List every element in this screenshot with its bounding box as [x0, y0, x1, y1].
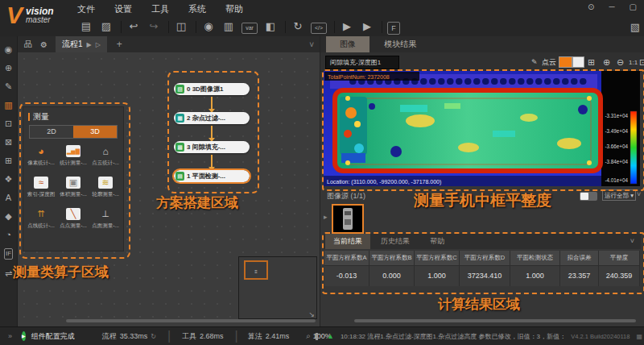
layout-icon[interactable]: ◫ — [174, 19, 188, 35]
resize-handle-icon[interactable]: ↘ — [308, 310, 315, 318]
menu-settings[interactable]: 设置 — [114, 3, 132, 15]
menu-file[interactable]: 文件 — [77, 3, 95, 15]
menu-system[interactable]: 系统 — [188, 3, 206, 15]
run-scope-dropdown[interactable]: 运行全部 ▾ — [602, 189, 636, 201]
script-icon[interactable]: </> — [311, 23, 327, 34]
color-icon[interactable]: ◆ — [5, 211, 11, 221]
open-icon[interactable]: ▨ — [99, 19, 114, 35]
undo-icon[interactable]: ↩ — [126, 19, 141, 35]
image-processing-icon[interactable]: ✎ — [5, 81, 12, 91]
operator-pixel-stats[interactable]: ◕ 像素统计-... — [25, 145, 57, 167]
operator-stat-measure[interactable]: ▂▅▇ 统计测量-... — [57, 145, 89, 167]
minimize-icon[interactable]: ─ — [609, 2, 614, 11]
restore-icon[interactable]: ▢ — [629, 2, 636, 11]
run-toggle[interactable] — [580, 192, 597, 201]
variables-icon[interactable]: var — [242, 23, 258, 34]
source-row-chevron-icon[interactable]: ˅ — [637, 190, 641, 198]
magnifier-icon[interactable]: ⌕ — [306, 331, 311, 341]
deep-learning-icon[interactable]: ⊠ — [5, 137, 12, 147]
measure-dim-tabs: 2D 3D — [29, 125, 118, 139]
redo-icon[interactable]: ↪ — [147, 19, 161, 35]
results-chevron-icon[interactable]: ˅ — [630, 234, 634, 249]
front-end-icon[interactable]: F — [387, 22, 400, 35]
minimap-node-marker: ≡ — [254, 269, 258, 274]
pointcloud-color-swatch-orange[interactable] — [559, 56, 572, 68]
location-icon[interactable]: ⊕ — [5, 63, 12, 73]
flow-node-image-source[interactable]: ▨ 0 3D图像源1 — [174, 83, 250, 95]
toolbar-separator — [168, 21, 169, 33]
tab-2d[interactable]: 2D — [30, 126, 73, 138]
thumbnail-expander-icon[interactable]: ▸ — [324, 213, 328, 221]
zoom-slider-handle[interactable] — [316, 333, 318, 340]
zoom-out-icon[interactable]: ⊖ — [617, 56, 624, 68]
operator-index-depthmap[interactable]: ≈ 索引-深度图 — [25, 177, 57, 198]
flow-structure-icon[interactable]: 品 — [24, 39, 32, 50]
one-to-one-icon[interactable]: 1:1 — [629, 57, 638, 69]
flow-strip-chevron-icon[interactable]: ˅ — [309, 40, 314, 49]
flow-node-plane-detect[interactable]: ▤ 1 平面检测-... — [174, 170, 250, 182]
operator-point-point[interactable]: ╲ 点点测量-... — [57, 208, 89, 230]
menu-tools[interactable]: 工具 — [151, 3, 169, 15]
wrench-icon[interactable]: ⚙ — [40, 40, 47, 49]
open-image-folder-icon[interactable]: ▧ — [628, 19, 642, 35]
tab-help[interactable]: 帮助 — [420, 234, 454, 249]
camera-icon[interactable]: ◉ — [201, 19, 216, 35]
calibration-icon[interactable]: ⇌ — [5, 268, 12, 278]
run-once-icon[interactable]: ▶ — [340, 19, 354, 35]
global-refresh-icon[interactable]: ↻ — [291, 19, 305, 35]
performance-icon[interactable]: ⊙ — [588, 2, 594, 11]
add-flow-button[interactable]: + — [117, 39, 122, 50]
minimap-viewport[interactable]: ≡ — [244, 260, 268, 280]
calculation-icon[interactable]: ⊞ — [5, 156, 12, 165]
tab-flow1[interactable]: 流程1 ▶ ▷ — [56, 36, 107, 52]
tab-history-result[interactable]: 历史结果 — [370, 234, 420, 249]
refresh-time-icon[interactable]: ↻ — [151, 333, 156, 340]
ocr-icon[interactable]: A — [6, 193, 11, 202]
acquisition-icon[interactable]: ◉ — [5, 44, 13, 54]
run-continuous-icon[interactable]: ▶ — [360, 19, 374, 35]
image-generation-icon[interactable]: ❖ — [5, 174, 13, 184]
save-icon[interactable]: ▤ — [79, 19, 93, 35]
image-thumbnail[interactable] — [332, 204, 364, 234]
recognition-icon[interactable]: ⊡ — [5, 118, 12, 128]
log-panel-icon[interactable]: ▦ — [636, 333, 642, 340]
tab-module-result[interactable]: 模块结果 — [369, 36, 431, 52]
pencil-icon[interactable]: ✎ — [531, 56, 538, 68]
annotation-flow-region: 方案搭建区域 — [156, 193, 238, 212]
capture-icon[interactable]: ⊡ — [639, 56, 644, 68]
index-curve-icon: ≈ — [34, 177, 48, 189]
operator-point-plane[interactable]: ⊥ 点面测量-... — [89, 208, 122, 230]
fit-view-icon[interactable]: ⊞ — [588, 56, 595, 68]
annotation-operator-region: 测量类算子区域 — [13, 263, 109, 281]
cell-detect-status: 1.000 — [510, 266, 560, 286]
algo-time-value: 2.41ms — [266, 332, 290, 340]
col-header: 平面方程系数B — [369, 251, 415, 265]
flow-node-gap-fill[interactable]: ▩ 3 间隙填充-... — [174, 141, 250, 153]
menu-help[interactable]: 帮助 — [225, 3, 243, 15]
collapse-rail-icon[interactable]: » — [8, 332, 12, 340]
tab-3d[interactable]: 3D — [73, 126, 117, 138]
operator-pointcloud-stats[interactable]: ⌂ 点云统计-... — [89, 145, 122, 167]
operator-volume-measure[interactable]: ▣ 体积测量-... — [57, 177, 89, 198]
operator-pointline-stats[interactable]: ⇈ 点线统计-... — [25, 208, 57, 230]
zoom-in-icon[interactable]: ⊕ — [603, 56, 610, 68]
canvas-hscrollbar[interactable] — [66, 319, 316, 322]
flow-minimap[interactable]: ≡ ↘ — [238, 256, 317, 319]
logic-if-icon[interactable]: IF — [4, 248, 13, 260]
right-panel-hscrollbar[interactable] — [354, 319, 636, 322]
run-flow-continuous-icon[interactable]: ▷ — [96, 41, 101, 48]
cell-flatness: 240.359 — [599, 266, 640, 286]
tab-current-result[interactable]: 当前结果 — [325, 234, 370, 249]
run-flow-icon[interactable]: ▶ — [87, 41, 92, 48]
results-table-row[interactable]: -0.013 0.000 1.000 37234.410 1.000 23.35… — [324, 265, 640, 286]
tab-image[interactable]: 图像 — [326, 36, 369, 52]
operator-profile-measure[interactable]: ≋ 轮廓测量-... — [89, 177, 122, 198]
image-source-dropdown[interactable]: 间隙填充-深度图1 — [325, 56, 399, 69]
flow-node-noise-filter[interactable]: ▦ 2 杂点过滤-... — [174, 112, 250, 124]
pointcloud-color-swatch-white[interactable] — [572, 56, 584, 68]
module-icon[interactable]: ◧ — [263, 19, 278, 35]
pointcloud-image-view[interactable]: Location: (3110.000, -99200.000, -37178.… — [324, 71, 640, 186]
io-icon[interactable]: ▥ — [221, 19, 236, 35]
measurement-icon[interactable]: ▥ — [4, 100, 12, 110]
defect-icon[interactable]: ◔ — [6, 230, 11, 239]
